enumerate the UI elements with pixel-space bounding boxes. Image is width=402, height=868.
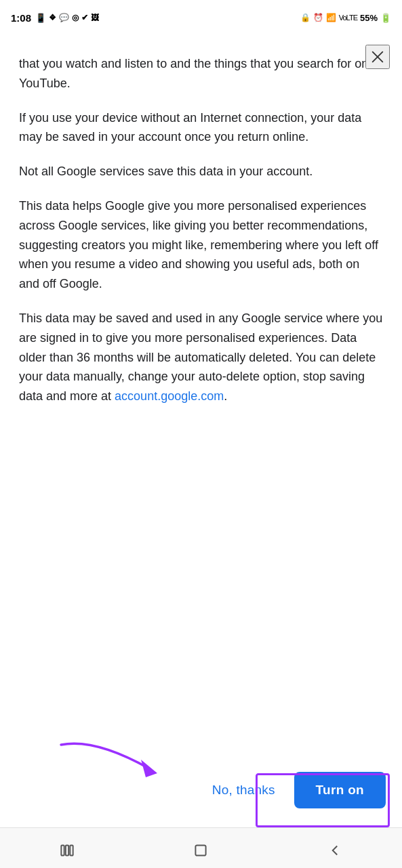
svg-rect-6 <box>196 845 206 855</box>
paragraph-5: This data may be saved and used in any G… <box>19 309 383 406</box>
paragraph-4: This data helps Google give you more per… <box>19 196 383 294</box>
account-google-link[interactable]: account.google.com <box>115 389 224 403</box>
svg-rect-4 <box>66 845 68 855</box>
paragraph-5-end: . <box>224 389 227 403</box>
turn-on-button[interactable]: Turn on <box>294 772 386 808</box>
slack-icon: ❖ <box>49 13 56 22</box>
nav-back[interactable] <box>318 833 352 867</box>
lock-icon: 🔒 <box>300 13 310 22</box>
paragraph-3: Not all Google services save this data i… <box>19 162 383 181</box>
nav-recents[interactable] <box>50 833 84 867</box>
svg-rect-5 <box>70 845 73 855</box>
back-icon <box>326 842 344 859</box>
nav-bar <box>0 827 402 868</box>
wifi-icon: 📶 <box>326 13 336 22</box>
signal-icon: VoLTE <box>339 14 357 22</box>
alarm-icon: ⏰ <box>313 13 323 22</box>
phone-icon: 📱 <box>35 13 46 23</box>
status-right: 🔒 ⏰ 📶 VoLTE 55% 🔋 <box>300 13 391 23</box>
check-icon: ✔ <box>81 13 88 22</box>
recents-icon <box>58 842 76 859</box>
svg-rect-3 <box>61 845 64 855</box>
instagram-icon: ◎ <box>72 13 79 22</box>
no-thanks-button[interactable]: No, thanks <box>204 773 283 807</box>
status-bar: 1:08 📱 ❖ 💬 ◎ ✔ 🖼 🔒 ⏰ 📶 VoLTE 55% 🔋 <box>0 0 402 35</box>
close-button[interactable] <box>365 45 390 69</box>
home-icon <box>192 842 209 859</box>
paragraph-2: If you use your device without an Intern… <box>19 108 383 148</box>
notification-icons: 📱 ❖ 💬 ◎ ✔ 🖼 <box>35 13 99 23</box>
battery-display: 55% <box>360 13 378 23</box>
whatsapp-icon: 💬 <box>59 13 69 22</box>
modal-sheet: that you watch and listen to and the thi… <box>0 35 402 827</box>
close-icon <box>370 49 385 64</box>
content-area: that you watch and listen to and the thi… <box>0 35 402 760</box>
image-icon: 🖼 <box>91 13 99 22</box>
paragraph-1: that you watch and listen to and the thi… <box>19 54 383 93</box>
action-area-wrapper: No, thanks Turn on <box>0 760 402 827</box>
time-display: 1:08 <box>11 12 31 24</box>
nav-home[interactable] <box>184 833 218 867</box>
status-left: 1:08 📱 ❖ 💬 ◎ ✔ 🖼 <box>11 12 99 24</box>
action-bar: No, thanks Turn on <box>0 760 402 827</box>
battery-icon: 🔋 <box>380 13 391 23</box>
